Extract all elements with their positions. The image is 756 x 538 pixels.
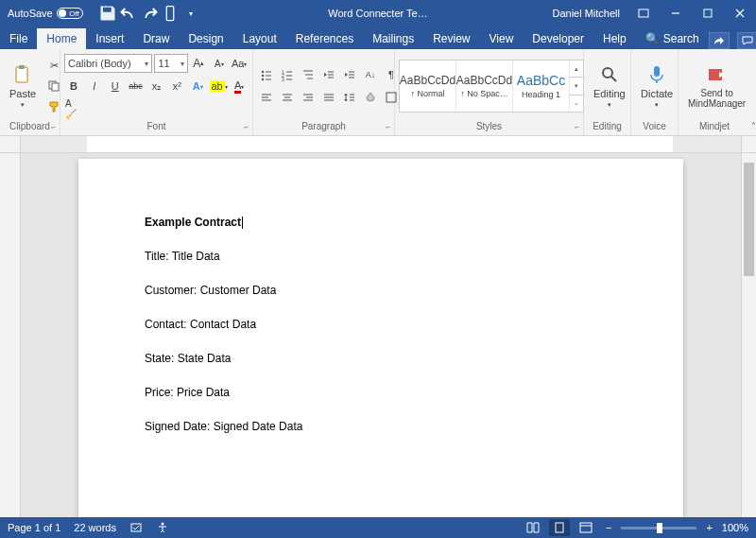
styles-gallery[interactable]: AaBbCcDd↑ Normal AaBbCcDd↑ No Spac… AaBb… [399,60,584,113]
line-spacing-icon[interactable] [340,88,359,107]
tab-developer[interactable]: Developer [523,28,593,49]
touch-mode-icon[interactable] [161,4,180,23]
vertical-ruler[interactable] [0,153,21,517]
tab-references[interactable]: References [286,28,363,49]
superscript-button[interactable]: x² [167,77,186,95]
word-count[interactable]: 22 words [74,522,116,533]
style-no-spacing[interactable]: AaBbCcDd↑ No Spac… [456,61,513,112]
group-font: Calibri (Body)▾ 11▾ A▴ A▾ Aa▾ B I U abc … [60,49,253,135]
styles-more-icon[interactable]: ⌄ [570,95,583,112]
highlight-icon[interactable]: ab▾ [209,77,228,95]
group-voice: Dictate▾ Voice [631,49,679,135]
tab-design[interactable]: Design [179,28,232,49]
tab-insert[interactable]: Insert [86,28,133,49]
user-name[interactable]: Daniel Mitchell [552,8,620,19]
font-size-select[interactable]: 11▾ [154,54,187,73]
styles-up-icon[interactable]: ▴ [570,61,583,78]
ribbon-tabs: File Home Insert Draw Design Layout Refe… [0,26,756,49]
tab-help[interactable]: Help [593,28,636,49]
subscript-button[interactable]: x₂ [147,77,166,95]
tab-mailings[interactable]: Mailings [363,28,423,49]
tab-file[interactable]: File [0,28,37,49]
zoom-out-icon[interactable]: − [602,522,615,533]
clipboard-launcher-icon[interactable]: ⌐ [51,123,56,131]
tab-draw[interactable]: Draw [133,28,179,49]
maximize-icon[interactable] [692,0,724,26]
editing-button[interactable]: Editing▾ [588,51,631,121]
zoom-thumb[interactable] [657,523,662,533]
minimize-icon[interactable] [660,0,692,26]
shading-icon[interactable] [361,88,380,107]
close-icon[interactable] [724,0,756,26]
tab-view[interactable]: View [480,28,524,49]
italic-button[interactable]: I [85,77,104,95]
svg-rect-54 [556,523,563,532]
vertical-scrollbar[interactable] [741,153,756,517]
svg-rect-5 [19,65,25,69]
spellcheck-icon[interactable] [129,521,143,534]
send-to-mindmanager-button[interactable]: Send to MindManager [682,51,751,121]
doc-line: Price: Price Data [145,386,617,399]
share-button[interactable] [709,32,730,49]
svg-rect-51 [673,136,741,152]
web-layout-icon[interactable] [576,519,596,536]
sort-icon[interactable]: A↓ [361,65,380,84]
numbering-icon[interactable]: 123 [278,65,297,84]
font-launcher-icon[interactable]: ⌐ [244,123,249,131]
underline-button[interactable]: U [106,77,125,95]
font-name-select[interactable]: Calibri (Body)▾ [64,54,152,73]
zoom-level[interactable]: 100% [722,522,748,533]
zoom-slider[interactable] [621,527,696,529]
paste-button[interactable]: Paste ▾ [4,51,42,121]
undo-icon[interactable] [119,4,138,23]
tab-review[interactable]: Review [423,28,479,49]
ribbon-display-icon[interactable] [627,0,660,26]
increase-indent-icon[interactable] [340,65,359,84]
clear-format-icon[interactable]: A🧹 [64,99,83,118]
dictate-button[interactable]: Dictate▾ [635,51,679,121]
print-layout-icon[interactable] [549,519,570,536]
styles-down-icon[interactable]: ▾ [570,78,583,95]
grow-font-icon[interactable]: A▴ [190,54,208,73]
autosave-toggle[interactable]: AutoSave Off [8,8,83,19]
tab-search[interactable]: 🔍Search [636,28,709,49]
page-indicator[interactable]: Page 1 of 1 [8,522,60,533]
change-case-icon[interactable]: Aa▾ [231,54,249,73]
accessibility-icon[interactable] [156,521,169,534]
style-heading1[interactable]: AaBbCcHeading 1 [513,61,570,112]
scrollbar-thumb[interactable] [744,163,754,276]
qat-dropdown-icon[interactable]: ▾ [181,4,200,23]
multilevel-list-icon[interactable] [299,65,318,84]
font-color-icon[interactable]: A▾ [230,77,249,95]
read-mode-icon[interactable] [523,519,543,536]
paragraph-launcher-icon[interactable]: ⌐ [386,123,390,131]
text-effects-icon[interactable]: A▾ [188,77,207,95]
tab-layout[interactable]: Layout [233,28,286,49]
style-normal[interactable]: AaBbCcDd↑ Normal [400,61,456,112]
align-left-icon[interactable] [257,88,276,107]
autosave-label: AutoSave [8,8,53,19]
shrink-font-icon[interactable]: A▾ [210,54,228,73]
status-bar: Page 1 of 1 22 words − + 100% [0,517,756,538]
collapse-ribbon-icon[interactable]: ˄ [751,121,756,131]
group-clipboard: Paste ▾ ✂ Clipboard⌐ [0,49,60,135]
zoom-in-icon[interactable]: + [702,522,715,533]
strikethrough-button[interactable]: abc [127,77,146,95]
svg-rect-3 [704,9,712,17]
svg-rect-52 [131,524,141,531]
align-right-icon[interactable] [299,88,318,107]
save-icon[interactable] [98,4,117,23]
styles-launcher-icon[interactable]: ⌐ [575,123,579,131]
comments-button[interactable] [737,32,756,49]
bold-button[interactable]: B [64,77,83,95]
align-center-icon[interactable] [278,88,297,107]
document-canvas[interactable]: Example Contract Title: Title Data Custo… [21,153,741,517]
decrease-indent-icon[interactable] [319,65,338,84]
redo-icon[interactable] [140,4,159,23]
autosave-switch[interactable]: Off [57,8,83,19]
justify-icon[interactable] [319,88,338,107]
bullets-icon[interactable] [257,65,276,84]
page[interactable]: Example Contract Title: Title Data Custo… [78,159,683,517]
tab-home[interactable]: Home [37,28,86,49]
horizontal-ruler[interactable] [0,136,756,153]
